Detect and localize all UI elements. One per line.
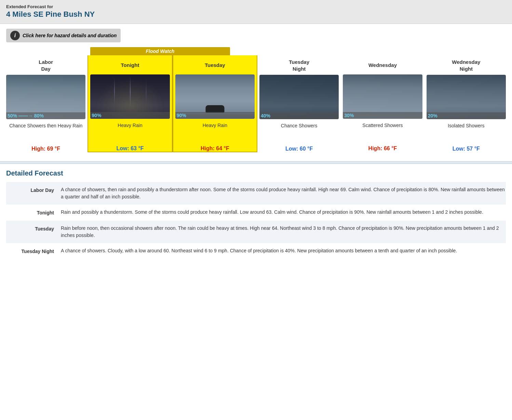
weather-desc-wednesday: Scattered Showers	[343, 122, 422, 143]
precip-bar-wednesday: 30%	[343, 112, 422, 119]
detail-row-2: Tuesday Rain before noon, then occasiona…	[6, 221, 506, 243]
detail-label-1: Tonight	[6, 209, 61, 216]
weather-image-tuesday-night: 40%	[259, 75, 339, 119]
detail-text-2: Rain before noon, then occasional shower…	[61, 225, 506, 239]
forecast-col-wednesday: Wednesday 30% Scattered Showers High: 66…	[341, 55, 424, 152]
col-header-tuesday: Tuesday	[175, 55, 255, 74]
col-header-tonight: Tonight	[90, 55, 170, 74]
detail-text-3: A chance of showers. Cloudy, with a low …	[61, 247, 506, 255]
detailed-section: Detailed Forecast Labor Day A chance of …	[0, 164, 512, 266]
forecast-col-tuesday: Tuesday 90% Heavy Rain High: 64 °F	[173, 55, 257, 152]
detailed-forecast-title: Detailed Forecast	[6, 169, 506, 177]
weather-desc-tuesday-night: Chance Showers	[259, 123, 339, 143]
header-subtitle: Extended Forecast for	[6, 4, 506, 9]
header-title: 4 Miles SE Pine Bush NY	[6, 10, 506, 19]
precip-left: 50%	[8, 113, 17, 118]
precip-right: 40%	[261, 113, 270, 118]
detail-label-2: Tuesday	[6, 225, 61, 239]
precip-right: 90%	[92, 113, 101, 118]
precip-bar-tuesday: 90%	[175, 112, 255, 119]
precip-bar-tonight: 90%	[90, 112, 170, 119]
temp-tuesday-night: Low: 60 °F	[259, 146, 339, 152]
hazard-details-button[interactable]: i Click here for hazard details and dura…	[6, 29, 121, 42]
weather-image-wednesday: 30%	[343, 74, 422, 119]
precip-right: 90%	[177, 113, 186, 118]
detail-row-0: Labor Day A chance of showers, then rain…	[6, 182, 506, 205]
col-header-labor-day: LaborDay	[6, 55, 85, 75]
detail-label-0: Labor Day	[6, 186, 61, 200]
col-header-wednesday: Wednesday	[343, 55, 422, 74]
temp-tonight: Low: 63 °F	[90, 145, 170, 152]
detail-row-3: Tuesday Night A chance of showers. Cloud…	[6, 243, 506, 259]
temp-labor-day: High: 69 °F	[6, 146, 85, 152]
weather-image-wednesday-night: 20%	[427, 75, 506, 119]
section-divider	[0, 161, 512, 164]
forecast-grid: LaborDay 50% ——→ 80% Chance Showers then…	[4, 55, 508, 152]
header-bar: Extended Forecast for 4 Miles SE Pine Bu…	[0, 0, 512, 24]
col-header-tuesday-night: TuesdayNight	[259, 55, 339, 75]
precip-bar-labor-day: 50% ——→ 80%	[6, 112, 85, 119]
precip-bar-tuesday-night: 40%	[259, 112, 339, 119]
detail-rows-container: Labor Day A chance of showers, then rain…	[6, 182, 506, 259]
detail-row-1: Tonight Rain and possibly a thunderstorm…	[6, 205, 506, 221]
precip-arrow: ——→	[18, 113, 34, 118]
hazard-bar: i Click here for hazard details and dura…	[0, 24, 512, 47]
forecast-col-labor-day: LaborDay 50% ——→ 80% Chance Showers then…	[4, 55, 87, 152]
precip-bar-wednesday-night: 20%	[427, 112, 506, 119]
info-icon: i	[10, 31, 20, 40]
weather-image-tuesday: 90%	[175, 74, 255, 119]
flood-watch-banner: Flood Watch	[90, 47, 230, 55]
detail-text-0: A chance of showers, then rain and possi…	[61, 186, 506, 200]
weather-desc-wednesday-night: Isolated Showers	[427, 123, 506, 143]
hazard-button-label: Click here for hazard details and durati…	[23, 33, 117, 38]
temp-wednesday-night: Low: 57 °F	[427, 146, 506, 152]
col-header-wednesday-night: WednesdayNight	[427, 55, 506, 75]
forecast-col-wednesday-night: WednesdayNight 20% Isolated Showers Low:…	[425, 55, 508, 152]
forecast-grid-container: Flood Watch LaborDay 50% ——→ 80% Chance …	[0, 47, 512, 158]
forecast-col-tonight: Tonight 90% Heavy Rain Low: 63 °F	[87, 55, 172, 152]
detail-text-1: Rain and possibly a thunderstorm. Some o…	[61, 209, 506, 216]
precip-right: 80%	[34, 113, 44, 118]
weather-image-tonight: 90%	[90, 74, 170, 119]
precip-right: 30%	[344, 113, 354, 118]
weather-desc-labor-day: Chance Showers then Heavy Rain	[6, 123, 85, 143]
weather-image-labor-day: 50% ——→ 80%	[6, 75, 85, 119]
temp-tuesday: High: 64 °F	[175, 145, 255, 152]
weather-desc-tuesday: Heavy Rain	[175, 122, 255, 143]
detail-label-3: Tuesday Night	[6, 247, 61, 255]
precip-right: 20%	[428, 113, 437, 118]
forecast-col-tuesday-night: TuesdayNight 40% Chance Showers Low: 60 …	[257, 55, 341, 152]
flood-watch-banner-wrapper: Flood Watch	[88, 47, 508, 55]
weather-desc-tonight: Heavy Rain	[90, 122, 170, 143]
temp-wednesday: High: 66 °F	[343, 145, 422, 152]
